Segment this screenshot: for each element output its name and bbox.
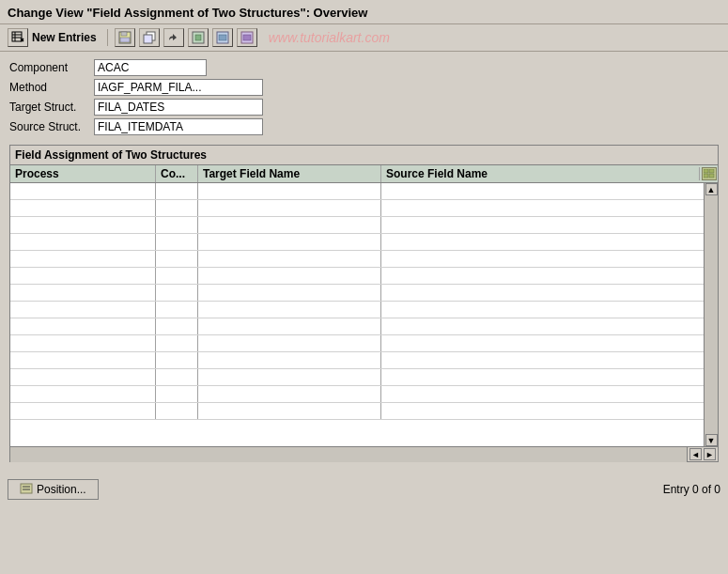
source-struct-row: Source Struct. FILA_ITEMDATA: [9, 118, 719, 135]
target-struct-row: Target Struct. FILA_DATES: [9, 99, 719, 116]
svg-rect-18: [709, 169, 714, 173]
title-bar: Change View "Field Assignment of Two Str…: [0, 0, 728, 24]
table-row: [10, 386, 704, 403]
import-icon[interactable]: [237, 28, 257, 47]
position-icon: [20, 483, 33, 496]
table-row: [10, 268, 704, 285]
component-row: Component ACAC: [9, 59, 719, 76]
scroll-down-arrow[interactable]: ▼: [705, 434, 718, 446]
table-row: [10, 200, 704, 217]
title-text: Change View "Field Assignment of Two Str…: [8, 6, 367, 20]
table-section: Field Assignment of Two Structures Proce…: [9, 145, 719, 462]
new-entries-label[interactable]: New Entries: [32, 31, 97, 44]
table-row: [10, 217, 704, 234]
copy-icon[interactable]: [139, 28, 160, 47]
table-header: Process Co... Target Field Name Source F…: [10, 165, 718, 183]
toolbar: New Entries: [0, 24, 728, 52]
settings-icon-box[interactable]: [702, 167, 717, 180]
target-struct-value: FILA_DATES: [94, 99, 263, 116]
table-row: [10, 302, 704, 318]
svg-rect-12: [195, 35, 201, 40]
back-icon[interactable]: [163, 28, 184, 47]
component-value: ACAC: [94, 59, 207, 76]
svg-rect-10: [144, 35, 152, 43]
table-row: [10, 183, 704, 200]
table-row: [10, 369, 704, 386]
method-label: Method: [9, 81, 94, 94]
bottom-bar: Position... Entry 0 of 0: [0, 470, 728, 509]
table-row: [10, 352, 704, 369]
table-section-title: Field Assignment of Two Structures: [10, 146, 718, 165]
col-target-header: Target Field Name: [198, 165, 381, 182]
svg-rect-21: [21, 484, 32, 493]
svg-rect-0: [12, 32, 22, 41]
component-label: Component: [9, 61, 94, 74]
col-co-header: Co...: [156, 165, 198, 182]
col-source-header: Source Field Name: [381, 165, 699, 182]
source-struct-value: FILA_ITEMDATA: [94, 118, 263, 135]
svg-rect-7: [121, 32, 127, 36]
export-icon[interactable]: [212, 28, 233, 47]
scroll-right-arrow[interactable]: ►: [704, 448, 716, 460]
table-row: [10, 318, 704, 335]
svg-rect-14: [219, 35, 226, 40]
refresh-icon[interactable]: [188, 28, 209, 47]
position-button[interactable]: Position...: [8, 479, 99, 500]
method-value: IAGF_PARM_FILA...: [94, 79, 263, 96]
svg-rect-16: [243, 35, 251, 40]
column-settings-icon[interactable]: [699, 167, 718, 180]
col-process-header: Process: [10, 165, 156, 182]
watermark: www.tutorialkart.com: [269, 30, 390, 45]
table-row: [10, 335, 704, 352]
table-row: [10, 285, 704, 302]
new-entries-icon[interactable]: [8, 28, 28, 47]
scroll-up-arrow[interactable]: ▲: [705, 183, 718, 195]
table-body: ▲ ▼: [10, 183, 718, 446]
method-row: Method IAGF_PARM_FILA...: [9, 79, 719, 96]
save-icon[interactable]: [115, 28, 135, 47]
scroll-left-arrow[interactable]: ◄: [689, 448, 702, 460]
main-content: Component ACAC Method IAGF_PARM_FILA... …: [0, 52, 728, 470]
vertical-scrollbar[interactable]: ▲ ▼: [704, 183, 718, 446]
svg-rect-20: [709, 174, 714, 178]
position-label: Position...: [37, 483, 86, 496]
source-struct-label: Source Struct.: [9, 120, 94, 133]
svg-rect-8: [120, 38, 130, 42]
entry-info: Entry 0 of 0: [663, 483, 720, 496]
svg-rect-19: [704, 174, 708, 178]
target-struct-label: Target Struct.: [9, 101, 94, 114]
svg-rect-17: [704, 169, 708, 173]
table-row: [10, 403, 704, 420]
table-row: [10, 251, 704, 268]
table-row: [10, 234, 704, 251]
toolbar-separator-1: [107, 29, 108, 46]
